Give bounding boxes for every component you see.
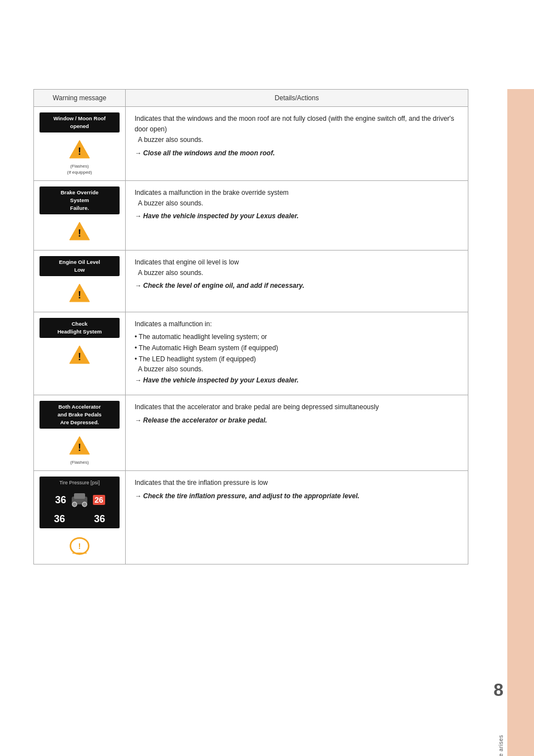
warning-cell-window: Window / Moon Roofopened ! (Flashes) (If… [34,107,126,181]
warning-text-headlight: CheckHeadlight System [57,321,102,335]
svg-text:!: ! [78,146,81,157]
warning-icon-brake: ! [68,220,91,242]
details-cell-tire: Indicates that the tire inflation pressu… [126,471,468,564]
action-tire: → Check the tire inflation pressure, and… [135,492,359,500]
details-cell-oil: Indicates that engine oil level is low A… [126,251,468,312]
table-row: Window / Moon Roofopened ! (Flashes) (If… [34,107,468,181]
main-content: Warning message Details/Actions Window /… [33,89,468,564]
bullet-item: The LED headlight system (if equipped) A… [135,354,459,374]
tire-rr: 36 [94,513,105,524]
warning-cell-headlight: CheckHeadlight System ! [34,312,126,395]
warning-display-accel: Both Acceleratorand Brake PedalsAre Depr… [39,401,120,429]
table-row: Brake OverrideSystemFailure. ! Indicates… [34,181,468,251]
warning-icon-headlight: ! [68,343,91,366]
details-cell-headlight: Indicates a malfunction in: The automati… [126,312,468,395]
warning-icon-accel: ! [68,434,91,456]
details-text-oil: Indicates that engine oil level is low A… [135,257,459,278]
warning-icon-window: ! [68,138,91,160]
warning-display-window: Window / Moon Roofopened [39,112,120,132]
action-oil: → Check the level of engine oil, and add… [135,282,304,289]
bullet-item: The Automatic High Beam system (if equip… [135,343,459,353]
details-text-headlight-intro: Indicates a malfunction in: [135,319,459,330]
details-cell-accel: Indicates that the accelerator and brake… [126,395,468,471]
warning-cell-brake: Brake OverrideSystemFailure. ! [34,181,126,251]
details-text-accel: Indicates that the accelerator and brake… [135,402,459,413]
details-text-tire: Indicates that the tire inflation pressu… [135,478,459,488]
warning-display-brake: Brake OverrideSystemFailure. [39,186,120,214]
tire-fr: 26 [93,495,105,505]
svg-text:!: ! [78,442,81,453]
svg-text:!: ! [78,542,81,551]
table-row: Both Acceleratorand Brake PedalsAre Depr… [34,395,468,471]
warning-cell-oil: Engine Oil LevelLow ! [34,251,126,312]
label-equipped-window: (If equipped) [39,170,120,175]
warning-text-accel: Both Acceleratorand Brake PedalsAre Depr… [57,404,101,425]
bullet-item: The automatic headlight leveling system;… [135,332,459,342]
details-text-brake: Indicates a malfunction in the brake ove… [135,188,459,209]
tire-pressure-display: Tire Pressure [psi] 36 [39,477,120,528]
table-row: CheckHeadlight System ! Indicates a malf… [34,312,468,395]
headlight-bullet-list: The automatic headlight leveling system;… [135,332,459,374]
warning-text-window: Window / Moon Roofopened [53,115,106,129]
details-text-window: Indicates that the windows and the moon … [135,114,459,146]
warning-text-oil: Engine Oil LevelLow [59,259,100,273]
action-accel: → Release the accelerator or brake pedal… [135,416,267,424]
tire-display-title: Tire Pressure [psi] [43,480,116,485]
details-cell-window: Indicates that the windows and the moon … [126,107,468,181]
label-flashes-accel: (Flashes) [39,460,120,465]
svg-text:!: ! [78,289,81,301]
warning-display-oil: Engine Oil LevelLow [39,256,120,276]
section-title-vertical: When trouble arises [498,735,504,756]
svg-rect-11 [74,493,85,499]
section-number: 8 [493,680,503,700]
action-brake: → Have the vehicle inspected by your Lex… [135,212,299,220]
svg-point-13 [82,502,87,507]
warning-table: Warning message Details/Actions Window /… [33,89,468,564]
warning-display-headlight: CheckHeadlight System [39,318,120,338]
tire-fl: 36 [55,494,66,505]
label-flashes-window: (Flashes) [39,164,120,169]
page-container: 8 When trouble arises Warning message De… [0,89,534,756]
col-header-warning: Warning message [34,90,126,107]
action-window: → Close all the windows and the moon roo… [135,149,275,157]
svg-point-12 [72,502,77,507]
table-row: Tire Pressure [psi] 36 [34,471,468,564]
warning-icon-tire: ! [68,534,91,556]
warning-cell-accel: Both Acceleratorand Brake PedalsAre Depr… [34,395,126,471]
warning-cell-tire: Tire Pressure [psi] 36 [34,471,126,564]
action-headlight: → Have the vehicle inspected by your Lex… [135,376,299,384]
warning-icon-oil: ! [68,282,91,304]
right-accent-bar [507,89,534,756]
car-icon [68,488,91,510]
warning-text-brake: Brake OverrideSystemFailure. [61,189,98,211]
col-header-details: Details/Actions [126,90,468,107]
svg-text:!: ! [78,228,81,239]
table-row: Engine Oil LevelLow ! Indicates that eng… [34,251,468,312]
details-cell-brake: Indicates a malfunction in the brake ove… [126,181,468,251]
svg-text:!: ! [78,351,81,362]
tire-rl: 36 [54,513,65,524]
